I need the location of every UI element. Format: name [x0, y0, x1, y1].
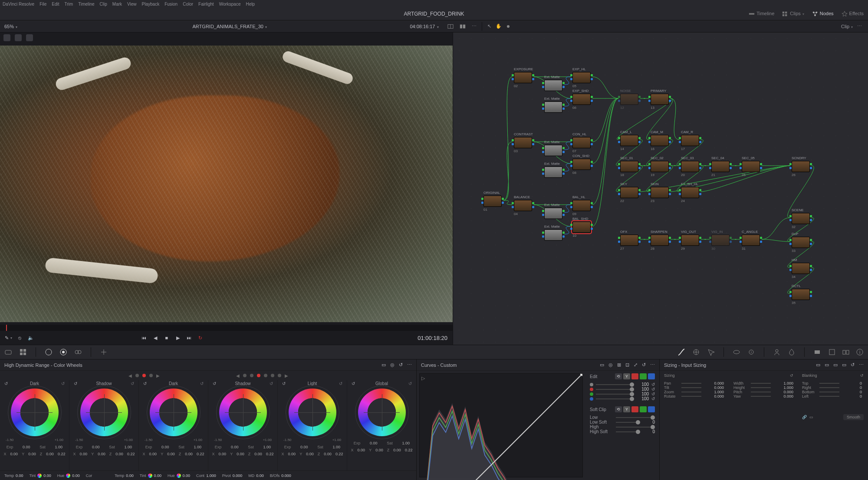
wheel-param-temp[interactable]: Temp0.00 [115, 473, 134, 478]
color-wheel[interactable] [219, 389, 267, 436]
wheels-reset-icon[interactable]: ↺ [399, 362, 403, 368]
node-graph-pane[interactable]: ORIGINAL 01EXPOSURE 02CONTRAST 03BALANCE… [453, 33, 868, 345]
curves-icon[interactable] [677, 348, 685, 356]
sizing-row[interactable]: Rotate0.000 Yaw0.000 [664, 394, 793, 398]
node-cam_m[interactable]: CAM_M 16 [651, 130, 669, 151]
wheels-nav-dot[interactable] [149, 374, 153, 377]
soft-channel-b[interactable] [648, 406, 655, 412]
viewer-mode-icon-1[interactable] [3, 34, 10, 41]
node-exposure[interactable]: EXPOSURE 02 [514, 67, 532, 88]
magic-mask-icon[interactable] [773, 348, 781, 356]
split-screen-icon[interactable] [460, 23, 467, 29]
node-exp_hl[interactable]: EXP_HL 05 [572, 67, 591, 88]
wheel-reset-icon[interactable]: ↺ [61, 381, 65, 386]
wheel-reset-icon[interactable]: ↺ [4, 381, 8, 386]
menu-playback[interactable]: Playback [142, 2, 160, 7]
key-icon[interactable] [813, 348, 821, 356]
menu-help[interactable]: Help [246, 2, 255, 7]
node-con_hl[interactable]: CON_HL 07 [572, 132, 591, 153]
viewer-mode-icon-2[interactable] [15, 34, 22, 41]
node-sec_01[interactable]: SEC_01 18 [620, 156, 638, 177]
toggle-nodes[interactable]: Nodes [812, 11, 834, 17]
graph-mode-select[interactable]: Clip▾ [841, 24, 853, 29]
sizing-row[interactable]: Zoom1.000 Pitch0.000 [664, 390, 793, 394]
node-cam_r[interactable]: CAM_R 17 [681, 130, 699, 151]
crop-icon[interactable]: ▭ [809, 415, 813, 419]
primaries-wheels-icon[interactable] [45, 348, 53, 356]
node-dctl[interactable]: DCTL 35 [792, 284, 810, 305]
sizing-mode-icon[interactable]: ▭ [816, 362, 820, 368]
camera-raw-icon[interactable] [4, 348, 12, 356]
node-sec_05[interactable]: SEC_05 25 [742, 156, 760, 177]
blanking-row[interactable]: Left0 [802, 394, 864, 398]
wheels-nav-dot[interactable] [278, 374, 281, 377]
reset-icon[interactable]: ↺ [651, 387, 655, 392]
menu-fusion[interactable]: Fusion [164, 2, 178, 7]
node-sky[interactable]: SKY 22 [620, 182, 638, 203]
toggle-clips[interactable]: Clips▾ [782, 11, 804, 17]
smooth-button[interactable]: Smooth [843, 414, 864, 420]
wheel-param-tint[interactable]: Tint0.00 [30, 473, 51, 478]
menu-edit[interactable]: Edit [52, 2, 59, 7]
wheels-page-icon-1[interactable]: ▭ [381, 362, 386, 368]
image-wipe-icon[interactable] [447, 23, 455, 29]
graph-options-icon[interactable]: ⋯ [857, 23, 862, 29]
wheels-nav-dot[interactable] [250, 374, 253, 377]
wheel-param-pivot[interactable]: Pivot0.000 [222, 473, 243, 478]
menu-file[interactable]: File [39, 2, 46, 7]
reset-icon[interactable]: ↺ [651, 382, 655, 387]
wheel-param-cont[interactable]: Cont1.000 [196, 473, 216, 478]
node-skin[interactable]: SKIN 23 [651, 182, 669, 203]
play-icon[interactable]: ▶ [175, 335, 181, 341]
menu-trim[interactable]: Trim [65, 2, 73, 7]
softclip-slider[interactable]: Low [590, 415, 655, 420]
pointer-tool-icon[interactable]: ↖ [487, 23, 491, 29]
record-timecode[interactable]: 01:00:18:20 [418, 335, 447, 341]
wheels-nav-next[interactable]: ▶ [156, 373, 160, 378]
viewer-zoom[interactable]: 65% [4, 24, 14, 29]
node-dop[interactable]: DoP 33 [792, 232, 810, 253]
node-extmatte2b[interactable]: Ext. Matte [544, 162, 562, 179]
node-primary[interactable]: PRIMARY 13 [651, 89, 669, 110]
wheels-nav-dot[interactable] [257, 374, 260, 377]
wheel-reset-icon[interactable]: ↺ [200, 381, 204, 386]
node-ft_sh_hl[interactable]: FT_SH_HL 24 [681, 182, 699, 203]
bypass-icon[interactable]: ⦸ [16, 335, 23, 341]
curves-reset-icon[interactable]: ↺ [642, 362, 646, 368]
curve-play-icon[interactable]: ▷ [421, 376, 425, 381]
softclip-slider[interactable]: High [590, 424, 655, 429]
toggle-timeline[interactable]: Timeline [749, 11, 774, 17]
node-con_shd[interactable]: CON_SHD 08 [572, 154, 591, 175]
wheel-reset-icon[interactable]: ↺ [282, 381, 286, 386]
wheels-nav-dot[interactable] [142, 374, 146, 377]
node-original[interactable]: ORIGINAL 01 [483, 191, 502, 212]
blanking-row[interactable]: Top0 [802, 381, 864, 385]
viewer-scrub-bar[interactable] [0, 325, 453, 331]
curves-mode-icon[interactable]: ⊡ [625, 362, 629, 368]
qualifier-icon[interactable] [707, 348, 715, 356]
wheels-nav-prev[interactable]: ◀ [236, 373, 240, 378]
loop-icon[interactable]: ↻ [197, 335, 204, 341]
node-exp_shd[interactable]: EXP_SHD 06 [572, 89, 591, 110]
sizing-mode-icon[interactable]: ▭ [825, 362, 829, 368]
wheels-options-icon[interactable]: ⋯ [407, 362, 412, 368]
node-vig_out[interactable]: VIG_OUT 29 [681, 230, 699, 251]
node-balance[interactable]: BALANCE 04 [514, 195, 532, 216]
curve-channel-y[interactable]: Y [623, 373, 630, 379]
node-bal_hl[interactable]: BAL_HL 09 [572, 195, 591, 216]
blur-icon[interactable] [788, 348, 796, 356]
toggle-effects[interactable]: Effects [842, 11, 864, 17]
curves-mode-icon[interactable]: ▭ [600, 362, 604, 368]
node-sharpen[interactable]: SHARPEN 28 [651, 230, 669, 251]
soft-channel-g[interactable] [640, 406, 647, 412]
lock-aspect-icon[interactable]: 🔗 [802, 415, 807, 419]
node-bal_shd[interactable]: BAL_SHD 10 [572, 217, 591, 238]
node-scene[interactable]: SCENE 32 [792, 208, 810, 229]
sizing-mode-icon[interactable]: ▭ [833, 362, 838, 368]
node-sec_03[interactable]: SEC_03 20 [681, 156, 699, 177]
wheel-param-hue[interactable]: Hue0.00 [168, 473, 190, 478]
sizing-icon[interactable] [828, 348, 836, 356]
menu-fairlight[interactable]: Fairlight [198, 2, 214, 7]
wheels-nav-dot[interactable] [271, 374, 274, 377]
curves-mode-icon[interactable]: ⊞ [617, 362, 621, 368]
